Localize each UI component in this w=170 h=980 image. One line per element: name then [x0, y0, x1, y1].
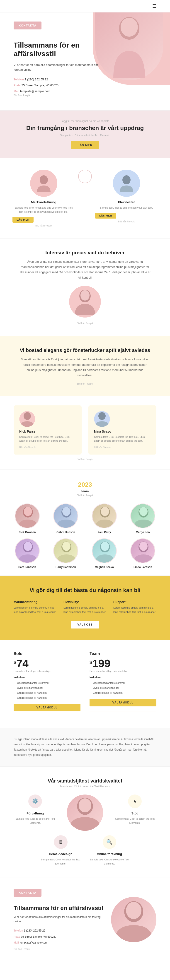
service-image-1 — [30, 170, 57, 197]
banner-section: Lägg till mer hemlighet på din webbplats… — [0, 111, 170, 158]
banner-title: Din framgång i branschen är vårt uppdrag — [14, 124, 156, 132]
pricing-team-feature-2: Övrig direkt anvisningar — [90, 685, 156, 690]
testimonials-row: Nick Parse Sample text: Click to select … — [14, 406, 156, 455]
goals-col-text-1: Lorem ipsum is simply dummy it is a long… — [14, 606, 57, 614]
team-member-7: Meghan Scavo — [86, 538, 122, 569]
team-sample: Bild från Freepik — [9, 494, 161, 497]
footer-place-label: Plats — [14, 935, 20, 938]
service-desc-2: Sample text, click to edit and add your … — [95, 206, 157, 210]
pricing-team-feature-1: Obegränsad antal reklammer — [90, 680, 156, 685]
sg-center-photo — [64, 794, 106, 831]
goals-col-1: Marknadsföring: Lorem ipsum is simply du… — [14, 600, 57, 614]
testimonial-avatar-1 — [19, 411, 35, 427]
services-grid-top-row: ⚙️ Förvaltning Sample text: Click to sel… — [14, 794, 156, 831]
contact-button[interactable]: KONTAKTA — [14, 22, 42, 29]
testimonial-text-1: Sample text: Click to select the Text bo… — [19, 435, 76, 443]
team-name-8: Linda Larsson — [125, 566, 161, 569]
pricing-solo-price: $ 74 — [14, 657, 80, 670]
team-member-2: Gabbi Hudson — [48, 503, 84, 534]
team-name-5: Sam Jonsson — [9, 566, 45, 569]
service-item-1: Marknadsföring Sample text, click to edi… — [9, 170, 78, 227]
pricing-card-solo: Solo $ 74 Lorem text för att ge och särs… — [14, 651, 80, 716]
stod-icon: ★ — [128, 794, 142, 808]
team-avatar-2 — [53, 503, 78, 528]
team-name-2: Gabbi Hudson — [48, 531, 84, 534]
elegans-title: Vi bostad elegans gör fönsterlucker apti… — [14, 347, 156, 353]
sg-center-person-image — [67, 794, 103, 831]
team-avatar-3 — [92, 503, 117, 528]
team-grid: Nick Dowson Gabbi Hudson Paul Perry — [9, 503, 161, 569]
hemsidedesign-icon: 🖥 — [54, 835, 67, 849]
pricing-solo-features-title: Inkluderar: — [14, 676, 80, 679]
pricing-team-button[interactable]: väljamodul — [90, 699, 156, 706]
sg-title-online-forskning: Online forskning — [88, 852, 130, 856]
team-member-5: Sam Jonsson — [9, 538, 45, 569]
divider-circle — [78, 170, 92, 183]
pricing-row: Solo $ 74 Lorem text för att ge och särs… — [14, 651, 156, 716]
pricing-team-feature-3: Controll ritning till framkörn — [90, 690, 156, 695]
svg-point-2 — [40, 175, 48, 185]
testimonial-sample-2: Bild från Sample — [94, 446, 111, 449]
goals-section: Vi gör dig till det bästa du någonsin ka… — [0, 576, 170, 640]
pricing-team-amount: 199 — [92, 657, 111, 670]
hamburger-icon[interactable]: ☰ — [152, 3, 156, 9]
footer-contact-button[interactable]: KONTAKTA — [14, 889, 42, 897]
testimonial-name-1: Nick Parse — [19, 430, 76, 433]
team-avatar-1 — [15, 503, 40, 528]
goals-choose-button[interactable]: VÄLJ oss — [71, 621, 99, 628]
pricing-solo-feature-2: Övrig direkt anvisningar — [14, 685, 80, 690]
svg-point-17 — [24, 542, 32, 551]
svg-point-13 — [101, 507, 109, 516]
footer-person-image — [111, 897, 156, 942]
sg-item-hemsidedesign: 🖥 Hemsidedesign Sample text: Click to se… — [40, 835, 82, 865]
service-sample-1: Bild från Freepik — [13, 224, 75, 227]
intensiv-section: Intensiv är precis vad du behöver Även o… — [0, 239, 170, 336]
team-year: 2023 — [9, 481, 161, 488]
sg-text-stod: Sample text: Click to select the Text El… — [113, 817, 156, 825]
hero-title: Tillsammans för en affärslivsstil — [14, 41, 100, 58]
service-sample-2: Bild från Freepik — [95, 220, 157, 223]
goals-col-2: Flexibility: Lorem ipsum is simply dummy… — [64, 600, 106, 614]
pricing-solo-feature-1: Obegränsad antal reklammer — [14, 680, 80, 685]
service-read-more-button-2[interactable]: LÄS MER — [95, 213, 116, 218]
goals-title: Vi gör dig till det bästa du någonsin ka… — [14, 587, 156, 593]
testimonials-section: Nick Parse Sample text: Click to select … — [0, 396, 170, 469]
services-grid-subtitle: Sample text, Click to select the Text El… — [14, 785, 156, 788]
footer-person-photo — [111, 897, 156, 942]
sg-title-hemsidedesign: Hemsidedesign — [40, 852, 82, 856]
long-text-section: Du ägs ibland möda att läsa alla dess te… — [0, 728, 170, 767]
sg-item-forvaltning: ⚙️ Förvaltning Sample text: Click to sel… — [14, 794, 57, 831]
services-section: Marknadsföring Sample text, click to edi… — [0, 158, 170, 238]
pricing-team-features-title: Inkluderar: — [90, 676, 156, 679]
goals-col-title-2: Flexibility: — [64, 600, 106, 604]
testimonial-text-2: Sample text: Click to select the Text bo… — [94, 435, 151, 443]
hero-subtitle: Vi är här för att nära alla affärslösnin… — [14, 63, 100, 72]
footer-hero-content: KONTAKTA Tillsammans för en affärslivsst… — [14, 889, 104, 951]
svg-point-15 — [140, 507, 148, 516]
online-forskning-icon: 🔍 — [103, 835, 116, 849]
footer-phone-value: 1 (230) 252 55 22 — [24, 929, 45, 932]
goals-columns: Marknadsföring: Lorem ipsum is simply du… — [14, 600, 156, 614]
svg-point-5 — [80, 290, 90, 301]
team-member-1: Nick Dowson — [9, 503, 45, 534]
avatar-image-2 — [94, 411, 110, 427]
service-desc-1: Sample text, click to edit and add your … — [13, 206, 75, 214]
svg-point-25 — [79, 799, 91, 812]
testimonial-card-2: Nina Scavo Sample text: Click to select … — [88, 406, 156, 455]
testimonial-avatar-2 — [94, 411, 110, 427]
banner-read-more-button[interactable]: LÄS MER — [71, 141, 99, 149]
goals-col-text-2: Lorem ipsum is simply dummy it is a long… — [64, 606, 106, 614]
svg-point-1 — [120, 18, 138, 37]
svg-point-6 — [24, 412, 31, 420]
goals-col-text-3: Lorem ipsum is simply dummy it is a long… — [113, 606, 156, 614]
footer-phone-label: Telefon — [14, 929, 23, 932]
pricing-solo-button[interactable]: väljamodul — [14, 704, 80, 711]
sg-text-forvaltning: Sample text: Click to select the Text El… — [14, 817, 57, 825]
pricing-solo-amount: 74 — [16, 657, 28, 670]
footer-hero-section: KONTAKTA Tillsammans för en affärslivsst… — [0, 877, 170, 962]
service-read-more-button-1[interactable]: LÄS MER — [13, 217, 34, 223]
hero-person-image — [95, 13, 163, 80]
team-member-3: Paul Perry — [86, 503, 122, 534]
intensiv-title: Intensiv är precis vad du behöver — [14, 250, 156, 256]
pricing-solo-currency: $ — [14, 660, 16, 665]
